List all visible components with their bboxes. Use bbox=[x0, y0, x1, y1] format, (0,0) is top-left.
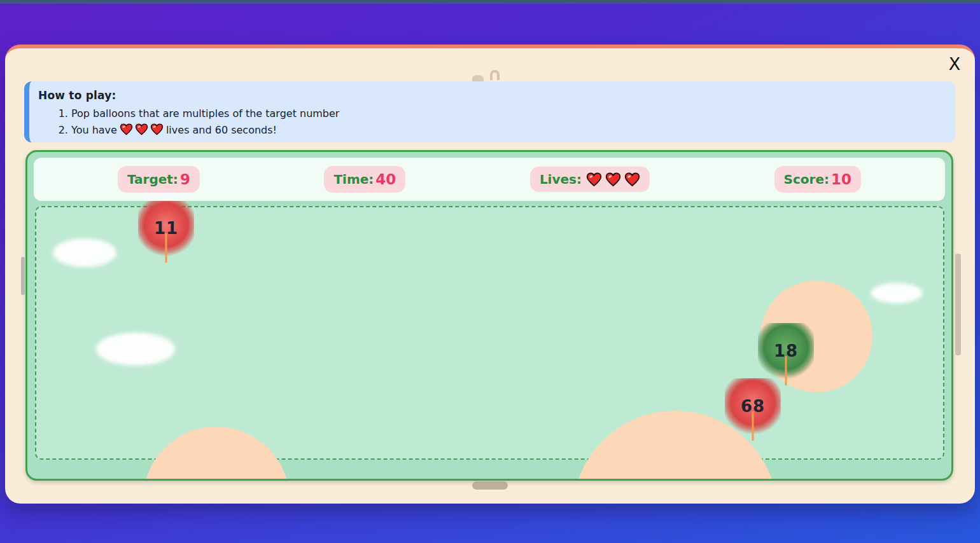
score-badge: Score: 10 bbox=[774, 166, 861, 193]
time-badge: Time: 40 bbox=[324, 166, 405, 193]
balloon[interactable]: 18 bbox=[758, 323, 814, 379]
instructions-panel: How to play: Pop balloons that are multi… bbox=[24, 81, 956, 142]
score-value: 10 bbox=[831, 171, 851, 188]
game-modal: X How to play: Pop balloons that are mul… bbox=[5, 45, 975, 504]
balloon-number: 11 bbox=[154, 219, 178, 238]
obscured-text-fragment bbox=[472, 75, 484, 81]
instruction-item: Pop balloons that are multiples of the t… bbox=[71, 106, 944, 122]
lives-badge: Lives: bbox=[530, 167, 650, 192]
lives-hearts bbox=[586, 172, 640, 187]
scrollbar-artifact-left bbox=[21, 257, 25, 295]
balloon[interactable]: 11 bbox=[138, 200, 194, 256]
heart-icon bbox=[120, 123, 133, 135]
target-value: 9 bbox=[180, 171, 190, 188]
score-label: Score: bbox=[784, 172, 829, 187]
browser-top-strip bbox=[0, 0, 980, 4]
balloon[interactable]: 68 bbox=[725, 378, 781, 434]
panel-handle bbox=[472, 481, 508, 490]
balloon-number: 68 bbox=[741, 397, 765, 416]
scrollbar-artifact-right bbox=[955, 254, 961, 355]
instructions-list: Pop balloons that are multiples of the t… bbox=[38, 106, 944, 139]
time-value: 40 bbox=[375, 171, 396, 188]
lives-hearts-inline bbox=[120, 123, 164, 135]
cloud-decoration bbox=[53, 238, 116, 267]
cloud-decoration bbox=[96, 333, 175, 366]
heart-icon bbox=[150, 123, 164, 135]
target-label: Target: bbox=[127, 172, 178, 187]
target-badge: Target: 9 bbox=[118, 166, 200, 193]
balloon-number: 18 bbox=[774, 341, 798, 361]
instructions-title: How to play: bbox=[38, 89, 944, 102]
heart-icon bbox=[605, 172, 621, 187]
cloud-decoration bbox=[871, 283, 923, 303]
lives-label: Lives: bbox=[540, 172, 582, 187]
game-board: Target: 9 Time: 40 Lives: bbox=[25, 150, 953, 481]
heart-icon bbox=[624, 172, 640, 187]
time-label: Time: bbox=[333, 172, 374, 187]
instruction-item: You have lives and 60 seconds! bbox=[71, 122, 944, 139]
heart-icon bbox=[586, 172, 602, 187]
heart-icon bbox=[135, 123, 148, 135]
obscured-text-fragment bbox=[490, 70, 500, 80]
close-button[interactable]: X bbox=[943, 52, 966, 75]
stats-bar: Target: 9 Time: 40 Lives: bbox=[34, 158, 945, 201]
